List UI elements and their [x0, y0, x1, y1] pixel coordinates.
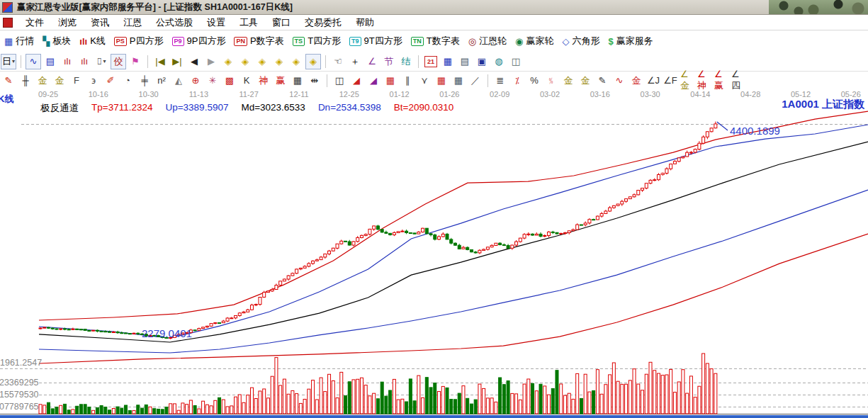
kline-chart[interactable]: [0, 89, 868, 415]
toolbar-button-sectors[interactable]: ▚板块: [43, 35, 71, 47]
menu-item-帮助[interactable]: 帮助: [349, 16, 381, 29]
draw-v-marks-icon[interactable]: ⋎: [417, 73, 432, 89]
draw-angle-four-icon[interactable]: ∠四: [731, 73, 746, 89]
draw-target-cross-icon[interactable]: ⊕: [188, 73, 203, 89]
menu-item-文件[interactable]: 文件: [18, 16, 51, 29]
nav-hand-drag-icon[interactable]: ☜: [330, 54, 346, 69]
draw-gann-fan-purple-icon[interactable]: ◢: [366, 73, 381, 89]
toolbar-button-t-table[interactable]: TNT数字表: [411, 35, 460, 47]
draw-box-measure-icon[interactable]: ◫: [332, 73, 347, 89]
menu-item-窗口[interactable]: 窗口: [265, 16, 298, 29]
toolbar-button-9p-square[interactable]: P99P四方形: [172, 35, 226, 47]
draw-pencil-black-icon[interactable]: ✎: [594, 73, 610, 89]
draw-bow-tool-icon[interactable]: ϶: [86, 73, 101, 89]
draw-angle-f-icon[interactable]: ∠F: [663, 73, 678, 89]
draw-price-grid-red-icon[interactable]: ▦: [434, 73, 449, 89]
nav-rhythm-tool-icon[interactable]: 节: [381, 54, 397, 69]
nav-trend-angle-icon[interactable]: ∠: [364, 54, 380, 69]
draw-star-burst-icon[interactable]: ✳: [205, 73, 220, 89]
nav-first-bar-icon[interactable]: |◀: [152, 54, 168, 69]
draw-fan-lines-icon[interactable]: ∥: [400, 73, 415, 89]
draw-k-mark-icon[interactable]: Κ: [239, 73, 254, 89]
draw-grid-box-icon[interactable]: ▩: [222, 73, 237, 89]
draw-gold-box-red-icon[interactable]: 金: [629, 73, 644, 89]
draw-grid-plain-icon[interactable]: ▦: [290, 73, 305, 89]
nav-calendar-icon[interactable]: 21: [424, 56, 437, 67]
draw-h-measure-icon[interactable]: ⇹: [307, 73, 322, 89]
nav-last-bar-icon[interactable]: ▶|: [169, 54, 185, 69]
draw-mirror-angle-icon[interactable]: ◭: [171, 73, 186, 89]
nav-fit-all-icon[interactable]: ◈: [305, 54, 321, 69]
toolbar-button-p-table[interactable]: PNP数字表: [234, 35, 283, 47]
draw-price-grid-icon[interactable]: ▦: [451, 73, 466, 89]
draw-percent-level-icon[interactable]: ﹪: [543, 73, 559, 89]
draw-cycle-circle-icon[interactable]: ◔: [120, 73, 135, 89]
draw-percent-line-icon[interactable]: ⁒: [509, 73, 525, 89]
toolbar-button-winner-service[interactable]: $赢家服务: [608, 35, 653, 47]
menu-item-交易委托[interactable]: 交易委托: [298, 16, 349, 29]
nav-intraday-chart-icon[interactable]: ∿: [26, 54, 41, 69]
nav-calculator-icon[interactable]: ▦: [440, 54, 456, 69]
nav-candles-9-icon[interactable]: ılı: [77, 54, 92, 69]
draw-gold-level-icon[interactable]: 金: [577, 73, 593, 89]
nav-flag-chart-icon[interactable]: ⚑: [128, 54, 143, 69]
draw-scale-chart-icon[interactable]: ≣: [492, 73, 508, 89]
nav-structure-tool-icon[interactable]: 结: [398, 54, 414, 69]
chart-area[interactable]: 09-2510-1610-3011-1311-2712-1112-2501-12…: [0, 89, 868, 415]
nav-print-icon[interactable]: ◫: [508, 54, 524, 69]
nav-next-bar-icon[interactable]: ▶: [203, 54, 219, 69]
draw-win-tool-icon[interactable]: 赢: [273, 73, 288, 89]
nav-gann-tool-icon[interactable]: 佼: [111, 54, 126, 69]
draw-brush-red-icon[interactable]: ✐: [103, 73, 118, 89]
nav-prev-bar-icon[interactable]: ◀: [186, 54, 202, 69]
toolbar-button-p-square[interactable]: PSP四方形: [114, 35, 164, 47]
draw-f-ruler-icon[interactable]: F: [69, 73, 84, 89]
toolbar-button-quotes[interactable]: ▦行情: [4, 35, 34, 47]
menu-item-浏览[interactable]: 浏览: [51, 16, 84, 29]
menu-item-工具[interactable]: 工具: [232, 16, 265, 29]
nav-notes-icon[interactable]: ▤: [457, 54, 473, 69]
nav-crosshair-icon[interactable]: ＋: [347, 54, 363, 69]
nav-save-icon[interactable]: ▣: [474, 54, 490, 69]
pane-label[interactable]: K线: [0, 93, 13, 106]
toolbar-button-winner-wheel[interactable]: ◉赢家轮: [515, 35, 553, 47]
menu-item-江恩[interactable]: 江恩: [116, 16, 149, 29]
draw-angle-win-icon[interactable]: ∠赢: [714, 73, 729, 89]
nav-zoom-horiz-icon[interactable]: ◈: [254, 54, 270, 69]
nav-web-sync-icon[interactable]: ◍: [491, 54, 507, 69]
draw-ruler-1-icon[interactable]: ╫: [18, 73, 33, 89]
nav-candles-3-icon[interactable]: ılı: [60, 54, 75, 69]
nav-expand-icon[interactable]: ◈: [288, 54, 304, 69]
draw-gann-fan-red-icon[interactable]: ◢: [349, 73, 364, 89]
draw-angle-shen-icon[interactable]: ∠神: [697, 73, 712, 89]
nav-shift-right-icon[interactable]: ◈: [237, 54, 253, 69]
draw-gold-ruler-1-icon[interactable]: 金: [35, 73, 50, 89]
draw-pencil-red-icon[interactable]: ✎: [1, 73, 16, 89]
draw-gann-box-fan-icon[interactable]: ▦: [383, 73, 398, 89]
draw-gold-circle-icon[interactable]: 金: [560, 73, 576, 89]
toolbar-button-9t-square[interactable]: T99T四方形: [349, 35, 402, 47]
toolbar-button-hexagon[interactable]: ◇六角形: [562, 35, 599, 47]
toolbar-button-gann-wheel[interactable]: ◎江恩轮: [468, 35, 507, 47]
draw-angle-j-icon[interactable]: ∠J: [646, 73, 661, 89]
menu-item-设置[interactable]: 设置: [200, 16, 232, 29]
nav-shift-left-icon[interactable]: ◈: [220, 54, 236, 69]
draw-wave-red-icon[interactable]: ∿: [611, 73, 627, 89]
toolbar-button-t-square[interactable]: TST四方形: [293, 35, 341, 47]
menu-item-公式选股[interactable]: 公式选股: [149, 16, 200, 29]
draw-angle-gold-icon[interactable]: ∠金: [680, 73, 695, 89]
nav-candle-style-icon[interactable]: ⌷▾: [94, 54, 109, 69]
nav-period-daily-icon[interactable]: 日▾: [1, 54, 16, 69]
draw-ruler-2-icon[interactable]: ╪: [137, 73, 152, 89]
draw-percent-icon[interactable]: %: [526, 73, 542, 89]
draw-parallel-lines-icon[interactable]: ／: [468, 73, 483, 89]
draw-n-squared-icon[interactable]: n²: [154, 73, 169, 89]
draw-gold-ruler-2-icon[interactable]: 金: [52, 73, 67, 89]
toolbar-button-kline[interactable]: ılıK线: [79, 35, 106, 47]
nav-f10-info-icon[interactable]: ▤: [43, 54, 58, 69]
nav-compress-icon[interactable]: ◈: [271, 54, 287, 69]
child-window-icon[interactable]: [3, 18, 13, 28]
draw-shen-tool-icon[interactable]: 神: [256, 73, 271, 89]
title-bar[interactable]: 赢家江恩专业版[赢家内部服务平台] - [上证指数 SH1A0001-167日K…: [0, 0, 868, 15]
menu-item-资讯[interactable]: 资讯: [84, 16, 116, 29]
